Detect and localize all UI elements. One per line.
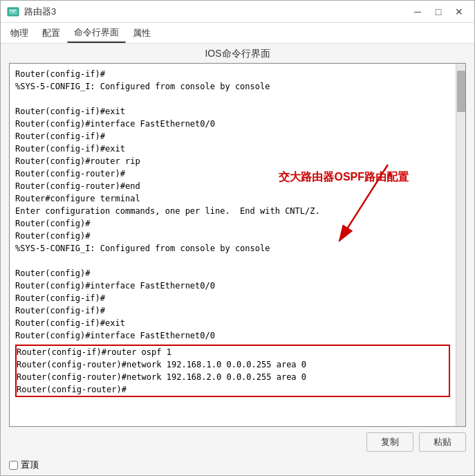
page-title: IOS命令行界面 xyxy=(1,44,474,63)
menu-item-config[interactable]: 配置 xyxy=(35,24,67,42)
button-bar: 复制 粘贴 xyxy=(9,427,466,456)
terminal[interactable]: Router(config-if)# %SYS-5-CONFIG_I: Conf… xyxy=(10,64,456,426)
scrollbar-thumb[interactable] xyxy=(457,71,465,112)
main-window: 路由器3 ─ □ ✕ 物理 配置 命令行界面 属性 IOS命令行界面 Route… xyxy=(0,0,475,476)
highlighted-section: Router(config-if)#router ospf 1 Router(c… xyxy=(15,345,450,397)
paste-button[interactable]: 粘贴 xyxy=(419,432,466,452)
menu-bar: 物理 配置 命令行界面 属性 xyxy=(1,23,474,44)
close-button[interactable]: ✕ xyxy=(449,4,469,19)
maximize-button[interactable]: □ xyxy=(429,4,448,19)
svg-rect-4 xyxy=(12,11,15,12)
app-icon xyxy=(6,5,20,19)
svg-rect-3 xyxy=(12,10,16,10)
stay-on-top-checkbox-area[interactable]: 置顶 xyxy=(9,459,39,471)
content-area: Router(config-if)# %SYS-5-CONFIG_I: Conf… xyxy=(1,63,474,456)
minimize-button[interactable]: ─ xyxy=(408,4,427,19)
menu-item-physics[interactable]: 物理 xyxy=(3,24,35,42)
terminal-wrapper: Router(config-if)# %SYS-5-CONFIG_I: Conf… xyxy=(9,63,466,427)
footer: 置顶 xyxy=(1,456,474,475)
title-bar: 路由器3 ─ □ ✕ xyxy=(1,1,474,23)
title-left: 路由器3 xyxy=(6,5,56,19)
svg-point-2 xyxy=(10,10,11,11)
stay-on-top-checkbox[interactable] xyxy=(9,461,18,470)
copy-button[interactable]: 复制 xyxy=(366,432,413,452)
terminal-content: Router(config-if)# %SYS-5-CONFIG_I: Conf… xyxy=(15,68,450,397)
menu-item-cli[interactable]: 命令行界面 xyxy=(67,24,126,43)
stay-on-top-label: 置顶 xyxy=(21,459,39,471)
scrollbar[interactable] xyxy=(456,64,465,426)
terminal-lines: Router(config-if)# %SYS-5-CONFIG_I: Conf… xyxy=(15,68,450,342)
title-controls: ─ □ ✕ xyxy=(408,4,469,19)
window-title: 路由器3 xyxy=(24,6,56,18)
menu-item-properties[interactable]: 属性 xyxy=(126,24,158,42)
highlighted-lines: Router(config-if)#router ospf 1 Router(c… xyxy=(17,346,449,396)
